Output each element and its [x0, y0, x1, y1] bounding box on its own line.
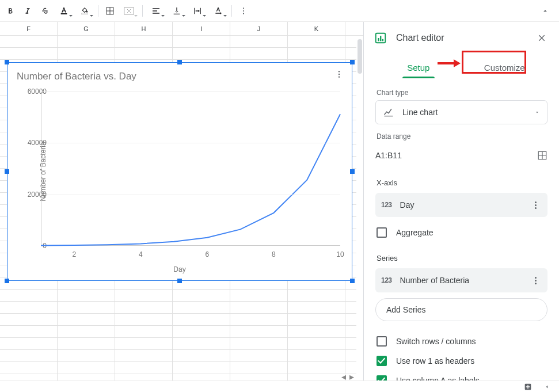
- use-row1-headers-label: Use row 1 as headers: [396, 356, 474, 366]
- resize-handle[interactable]: [5, 169, 9, 174]
- switch-rows-cols-checkbox[interactable]: [377, 336, 387, 347]
- use-row1-headers-checkbox[interactable]: [377, 356, 387, 366]
- toolbar-overflow-button[interactable]: [235, 3, 252, 19]
- line-chart-icon: [383, 106, 394, 118]
- col-header[interactable]: H: [115, 22, 173, 35]
- svg-rect-13: [380, 36, 381, 41]
- add-series-label: Add Series: [386, 305, 425, 314]
- resize-handle[interactable]: [177, 279, 182, 283]
- column-headers: F G H I J K: [0, 22, 363, 36]
- svg-rect-0: [61, 13, 67, 14]
- resize-handle[interactable]: [350, 60, 355, 64]
- aggregate-label: Aggregate: [396, 228, 433, 237]
- svg-rect-12: [378, 38, 379, 41]
- tab-customize[interactable]: Customize: [462, 63, 548, 78]
- x-axis-label: Day: [7, 265, 352, 273]
- x-axis: 246810: [41, 249, 340, 261]
- resize-handle[interactable]: [350, 169, 355, 174]
- text-wrap-button[interactable]: [188, 3, 207, 19]
- borders-button[interactable]: [102, 3, 118, 19]
- chart-type-value: Line chart: [402, 108, 526, 117]
- number-type-icon: 123: [381, 201, 392, 209]
- use-colA-labels-label: Use column A as labels: [396, 376, 480, 380]
- xaxis-section-head: X-axis: [377, 178, 547, 187]
- collapse-toolbar-button[interactable]: [537, 3, 553, 19]
- svg-point-6: [243, 7, 244, 9]
- annotation-arrow-icon: [438, 58, 461, 69]
- chart-editor-icon: [374, 32, 387, 44]
- number-type-icon: 123: [381, 276, 392, 284]
- formatting-toolbar: [0, 0, 559, 22]
- col-header[interactable]: I: [173, 22, 230, 35]
- strikethrough-button[interactable]: [37, 3, 53, 19]
- side-panel-toggle-icon[interactable]: [544, 383, 550, 391]
- spreadsheet-area[interactable]: F G H I J K Number of Bacteria vs. Day N…: [0, 22, 364, 380]
- bottom-bar: [0, 380, 559, 392]
- panel-tabs: Setup Customize: [364, 54, 559, 78]
- series-field: Number of Bacteria: [400, 276, 521, 285]
- series-chip[interactable]: 123 Number of Bacteria: [375, 268, 547, 292]
- svg-marker-16: [454, 59, 461, 67]
- svg-point-5: [243, 10, 244, 11]
- data-range-label: Data range: [377, 132, 547, 140]
- svg-rect-2: [82, 13, 88, 14]
- horizontal-align-button[interactable]: [146, 3, 166, 19]
- horizontal-scrollbar[interactable]: ◂ ▸: [0, 372, 356, 380]
- text-color-button[interactable]: [54, 3, 74, 19]
- merge-cells-button[interactable]: [119, 3, 139, 19]
- chart-type-dropdown[interactable]: Line chart: [375, 100, 547, 124]
- switch-rows-cols-label: Switch rows / columns: [396, 337, 476, 346]
- series-section-head: Series: [377, 254, 547, 262]
- fill-color-button[interactable]: [75, 3, 94, 19]
- resize-handle[interactable]: [350, 279, 355, 283]
- xaxis-field: Day: [400, 200, 521, 210]
- chart-type-label: Chart type: [377, 89, 547, 97]
- chart-title: Number of Bacteria vs. Day: [7, 63, 352, 82]
- embedded-chart[interactable]: Number of Bacteria vs. Day Number of Bac…: [7, 62, 352, 281]
- scroll-left-icon[interactable]: ◂: [340, 373, 347, 380]
- resize-handle[interactable]: [5, 60, 9, 64]
- add-series-button[interactable]: Add Series: [375, 298, 547, 321]
- svg-point-9: [339, 74, 340, 75]
- plot-area: [41, 92, 340, 246]
- bold-button[interactable]: [2, 3, 18, 19]
- scroll-right-icon[interactable]: ▸: [348, 373, 355, 380]
- col-header[interactable]: F: [0, 22, 58, 35]
- vertical-align-button[interactable]: [167, 3, 187, 19]
- text-rotation-button[interactable]: [208, 3, 228, 19]
- close-panel-button[interactable]: [535, 31, 549, 45]
- chart-menu-button[interactable]: [332, 67, 346, 81]
- resize-handle[interactable]: [5, 279, 9, 283]
- xaxis-menu-button[interactable]: [529, 201, 542, 209]
- select-range-button[interactable]: [537, 150, 547, 161]
- col-header[interactable]: J: [230, 22, 288, 35]
- svg-rect-14: [382, 39, 383, 41]
- svg-point-7: [243, 13, 244, 14]
- svg-point-8: [339, 71, 340, 72]
- svg-point-10: [339, 76, 340, 77]
- xaxis-chip[interactable]: 123 Day: [375, 193, 547, 217]
- data-range-value: A1:B11: [375, 151, 402, 160]
- resize-handle[interactable]: [177, 60, 182, 64]
- aggregate-checkbox[interactable]: [377, 227, 387, 238]
- svg-point-1: [86, 11, 88, 13]
- explore-icon[interactable]: [523, 382, 533, 391]
- vertical-scrollbar-thumb[interactable]: [358, 39, 362, 74]
- use-colA-labels-checkbox[interactable]: [377, 375, 387, 380]
- italic-button[interactable]: [20, 3, 36, 19]
- chevron-down-icon: [534, 109, 540, 115]
- panel-title: Chart editor: [396, 33, 526, 43]
- chart-editor-panel: Chart editor Setup Customize Chart type …: [364, 22, 559, 380]
- col-header[interactable]: K: [288, 22, 345, 35]
- col-header[interactable]: G: [58, 22, 115, 35]
- series-menu-button[interactable]: [529, 277, 542, 284]
